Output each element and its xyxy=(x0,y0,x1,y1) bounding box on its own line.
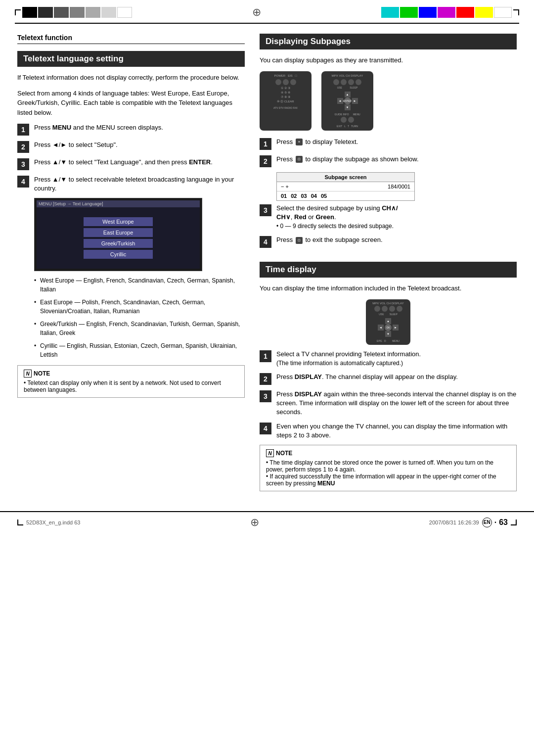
remote-btn-2 xyxy=(283,79,289,85)
remote-right-row4 xyxy=(324,117,370,123)
time-remote-btn4 xyxy=(397,306,402,312)
page-number: 63 xyxy=(499,518,508,527)
nav-down: ▼ xyxy=(345,104,351,110)
step-number-2: 2 xyxy=(17,141,29,153)
menu-screen-image: MENU [Setup → Text Language] West Europe… xyxy=(34,198,202,271)
language-item-0: West Europe — English, French, Scandinav… xyxy=(34,276,245,294)
time-display-intro: You can display the time information inc… xyxy=(260,284,517,293)
remote-left: POWER EIS □ ① ② ③ ④ ⑤ ⑥ xyxy=(260,71,312,131)
remote-row-3: ④ ⑤ ⑥ xyxy=(263,91,309,94)
time-nav-right: ► xyxy=(393,325,399,331)
time-nav-center: OK xyxy=(385,324,392,331)
remote-row-5-labels: ⑩ ⓪ CLEAR xyxy=(277,99,294,104)
remote-bottom-row: ATV DTV RADIO FAX xyxy=(273,106,298,109)
note-title: N NOTE xyxy=(24,370,238,378)
bottom-left: 52D83X_en_g.indd 63 xyxy=(17,520,80,525)
nav-left: ◄ xyxy=(337,98,343,104)
nav-enter: ENTER xyxy=(344,97,351,104)
step-text-3: Press ▲/▼ to select "Text Language", and… xyxy=(34,158,245,167)
step-3: 3 Press ▲/▼ to select "Text Language", a… xyxy=(17,158,245,170)
subpage-step-text-2: Press ⊡ to display the subpage as shown … xyxy=(276,155,517,164)
bottom-bar: 52D83X_en_g.indd 63 ⊕ 2007/08/31 16:26:3… xyxy=(0,511,534,533)
spacer xyxy=(260,253,517,262)
gray-bar-6 xyxy=(101,7,116,18)
time-step-3: 3 Press DISPLAY again within the three-s… xyxy=(260,390,517,417)
remote-row-4: ⑦ ⑧ ⑨ xyxy=(263,95,309,98)
bottom-right: 2007/08/31 16:26:39 EN · 63 xyxy=(429,518,517,527)
gray-bars xyxy=(22,7,132,18)
step-text-2: Press ◄/► to select "Setup". xyxy=(34,141,245,149)
time-note-text-1: • If acquired successfully the time info… xyxy=(266,473,510,487)
corner-mark-tl xyxy=(15,9,21,15)
remote-right-row1 xyxy=(324,79,370,85)
nav-pad: ▲ ◄ ENTER ► ▼ xyxy=(337,92,358,110)
time-step-number-1: 1 xyxy=(260,350,271,362)
color-bar-white xyxy=(494,7,512,18)
center-registration-mark: ⊕ xyxy=(252,6,261,19)
subpage-num-04: 04 xyxy=(311,193,317,199)
color-bar-green xyxy=(400,7,418,18)
remote-right-bottom: EXIT L T TURN xyxy=(337,125,358,128)
gray-bar-2 xyxy=(38,7,53,18)
time-remote-wrapper: MPX VOL CH DISPLAY USE SLEEP xyxy=(260,299,517,345)
circle-en: EN xyxy=(482,518,492,527)
color-bar-blue xyxy=(419,7,437,18)
language-list: West Europe — English, French, Scandinav… xyxy=(34,276,245,359)
time-step-number-4: 4 xyxy=(260,423,271,434)
remote-right: MPX VOL CH DISPLAY USE SLEEP ▲ ◄ xyxy=(321,71,373,131)
subpage-num-05: 05 xyxy=(321,193,327,199)
time-step-number-3: 3 xyxy=(260,390,271,402)
remote-row-2-labels: ① ② ③ xyxy=(281,86,290,90)
remote-right-btn3 xyxy=(348,79,354,85)
step-text-4: Press ▲/▼ to select receivable teletext … xyxy=(34,175,245,193)
time-step-4: 4 Even when you change the TV channel, y… xyxy=(260,422,517,440)
time-nav-left: ◄ xyxy=(378,325,384,331)
gray-bar-3 xyxy=(54,7,69,18)
time-display-note: N NOTE • The time display cannot be stor… xyxy=(260,445,517,491)
dot-separator: · xyxy=(494,518,496,527)
remote-row-4-labels: ⑦ ⑧ ⑨ xyxy=(281,95,290,98)
subpage-step-2: 2 Press ⊡ to display the subpage as show… xyxy=(260,155,517,167)
teletext-function-label: Teletext function xyxy=(17,34,72,42)
right-column: Displaying Subpages You can display subp… xyxy=(260,34,517,491)
time-nav-up: ▲ xyxy=(385,318,391,324)
remote-left-label: POWER EIS □ xyxy=(274,74,297,77)
remote-btn-1 xyxy=(275,79,281,85)
step-2: 2 Press ◄/► to select "Setup". xyxy=(17,141,245,153)
step-number-3: 3 xyxy=(17,158,29,170)
bottom-center-mark: ⊕ xyxy=(250,516,259,529)
teletext-note: N NOTE • Teletext can display only when … xyxy=(17,365,245,398)
nav-right: ► xyxy=(352,98,358,104)
corner-mark-bl xyxy=(17,520,23,525)
remote-row-5: ⑩ ⓪ CLEAR xyxy=(263,99,309,104)
teletext-language-section: Teletext language setting If Teletext in… xyxy=(17,51,245,398)
gray-bar-4 xyxy=(70,7,85,18)
subpages-intro: You can display subpages as they are tra… xyxy=(260,55,517,65)
remote-right-btn6 xyxy=(348,117,354,123)
displaying-subpages-section: Displaying Subpages You can display subp… xyxy=(260,34,517,491)
remote-row-1 xyxy=(263,79,309,85)
language-item-1: East Europe — Polish, French, Scandinavi… xyxy=(34,298,245,316)
step-4: 4 Press ▲/▼ to select receivable teletex… xyxy=(17,175,245,193)
subpage-step-text-4: Press ⊡ to exit the subpage screen. xyxy=(276,236,517,244)
time-step-text-4: Even when you change the TV channel, you… xyxy=(276,422,517,440)
displaying-subpages-title: Displaying Subpages xyxy=(260,34,517,49)
screen-body: West Europe East Europe Greek/Turkish Cy… xyxy=(37,207,200,269)
subpage-num-02: 02 xyxy=(291,193,297,199)
time-display-section: Time display You can display the time in… xyxy=(260,262,517,491)
note-text-0: • Teletext can display only when it is s… xyxy=(24,379,238,393)
step-number-1: 1 xyxy=(17,124,29,136)
remote-right-btn2 xyxy=(341,79,347,85)
step-number-4: 4 xyxy=(17,176,29,188)
color-bar-magenta xyxy=(438,7,455,18)
teletext-function-header: Teletext function xyxy=(17,34,245,44)
subpage-numbers: 01 02 03 04 05 xyxy=(277,191,414,200)
page-number-badge: EN · 63 xyxy=(482,518,508,527)
subpage-num-01: 01 xyxy=(281,193,287,199)
subpage-step-number-3: 3 xyxy=(260,204,271,216)
corner-mark-tr xyxy=(513,9,519,15)
gray-bar-1 xyxy=(22,7,37,18)
subpage-bar-right: 184/0001 xyxy=(388,184,410,189)
subpage-step-1: 1 Press ≡ to display Teletext. xyxy=(260,138,517,150)
screen-option-east: East Europe xyxy=(84,228,153,237)
